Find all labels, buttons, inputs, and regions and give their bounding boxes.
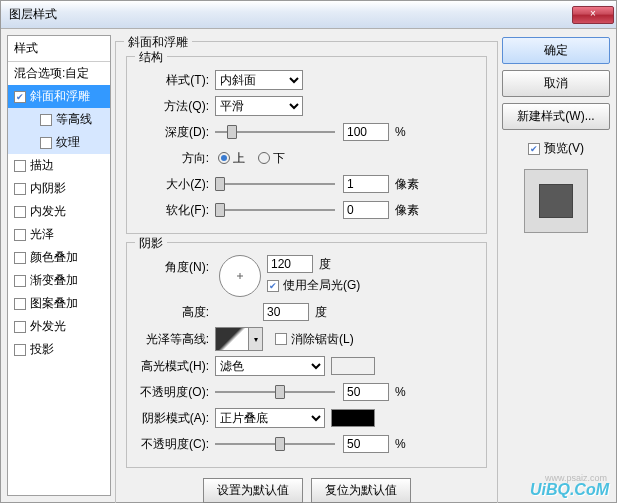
depth-unit: % bbox=[395, 125, 406, 139]
style-list-header[interactable]: 样式 bbox=[8, 36, 110, 62]
style-outer-glow[interactable]: 外发光 bbox=[8, 315, 110, 338]
highlight-mode-select[interactable]: 滤色 bbox=[215, 356, 325, 376]
reset-default-button[interactable]: 复位为默认值 bbox=[311, 478, 411, 503]
layer-style-dialog: 图层样式 × 样式 混合选项:自定 斜面和浮雕 等高线 纹理 描边 内阴影 内发… bbox=[0, 0, 617, 503]
checkbox-icon[interactable] bbox=[14, 206, 26, 218]
highlight-mode-label: 高光模式(H): bbox=[137, 358, 215, 375]
direction-down-radio[interactable] bbox=[258, 152, 270, 164]
style-label: 样式(T): bbox=[137, 72, 215, 89]
method-label: 方法(Q): bbox=[137, 98, 215, 115]
contour-picker[interactable] bbox=[215, 327, 249, 351]
checkbox-icon[interactable] bbox=[14, 160, 26, 172]
style-inner-glow[interactable]: 内发光 bbox=[8, 200, 110, 223]
size-slider[interactable] bbox=[215, 175, 335, 193]
angle-input[interactable] bbox=[267, 255, 313, 273]
size-input[interactable] bbox=[343, 175, 389, 193]
preview-checkbox[interactable] bbox=[528, 143, 540, 155]
shadow-opacity-slider[interactable] bbox=[215, 435, 335, 453]
size-unit: 像素 bbox=[395, 176, 419, 193]
structure-title: 结构 bbox=[135, 49, 167, 66]
checkbox-icon[interactable] bbox=[14, 344, 26, 356]
shadow-color-swatch[interactable] bbox=[331, 409, 375, 427]
soften-label: 软化(F): bbox=[137, 202, 215, 219]
highlight-opacity-input[interactable] bbox=[343, 383, 389, 401]
depth-slider[interactable] bbox=[215, 123, 335, 141]
checkbox-icon[interactable] bbox=[14, 229, 26, 241]
style-list: 样式 混合选项:自定 斜面和浮雕 等高线 纹理 描边 内阴影 内发光 光泽 颜色… bbox=[7, 35, 111, 496]
highlight-opacity-slider[interactable] bbox=[215, 383, 335, 401]
shading-group: 阴影 角度(N): 度 使用全局光(G) bbox=[126, 242, 487, 468]
action-panel: 确定 取消 新建样式(W)... 预览(V) bbox=[502, 35, 610, 496]
soften-unit: 像素 bbox=[395, 202, 419, 219]
soften-input[interactable] bbox=[343, 201, 389, 219]
settings-panel: 斜面和浮雕 结构 样式(T): 内斜面 方法(Q): 平滑 深度(D): bbox=[115, 35, 498, 496]
global-light-checkbox[interactable] bbox=[267, 280, 279, 292]
blend-options-item[interactable]: 混合选项:自定 bbox=[8, 62, 110, 85]
default-buttons: 设置为默认值 复位为默认值 bbox=[126, 470, 487, 503]
shading-title: 阴影 bbox=[135, 235, 167, 252]
preview-box bbox=[524, 169, 588, 233]
highlight-opacity-label: 不透明度(O): bbox=[137, 384, 215, 401]
main-group: 斜面和浮雕 结构 样式(T): 内斜面 方法(Q): 平滑 深度(D): bbox=[115, 41, 498, 503]
new-style-button[interactable]: 新建样式(W)... bbox=[502, 103, 610, 130]
contour-label: 光泽等高线: bbox=[137, 331, 215, 348]
checkbox-icon[interactable] bbox=[14, 252, 26, 264]
direction-up-radio[interactable] bbox=[218, 152, 230, 164]
antialias-checkbox[interactable] bbox=[275, 333, 287, 345]
angle-dial[interactable] bbox=[219, 255, 261, 297]
cancel-button[interactable]: 取消 bbox=[502, 70, 610, 97]
angle-label: 角度(N): bbox=[137, 255, 215, 276]
style-satin[interactable]: 光泽 bbox=[8, 223, 110, 246]
style-color-overlay[interactable]: 颜色叠加 bbox=[8, 246, 110, 269]
altitude-label: 高度: bbox=[137, 304, 215, 321]
window-title: 图层样式 bbox=[9, 6, 572, 23]
style-gradient-overlay[interactable]: 渐变叠加 bbox=[8, 269, 110, 292]
preview-label: 预览(V) bbox=[544, 140, 584, 157]
depth-input[interactable] bbox=[343, 123, 389, 141]
chevron-down-icon[interactable]: ▾ bbox=[249, 327, 263, 351]
shadow-mode-select[interactable]: 正片叠底 bbox=[215, 408, 325, 428]
style-inner-shadow[interactable]: 内阴影 bbox=[8, 177, 110, 200]
shadow-opacity-label: 不透明度(C): bbox=[137, 436, 215, 453]
style-select[interactable]: 内斜面 bbox=[215, 70, 303, 90]
highlight-color-swatch[interactable] bbox=[331, 357, 375, 375]
checkbox-icon[interactable] bbox=[14, 321, 26, 333]
checkbox-icon[interactable] bbox=[40, 114, 52, 126]
checkbox-icon[interactable] bbox=[14, 298, 26, 310]
structure-group: 结构 样式(T): 内斜面 方法(Q): 平滑 深度(D): % bbox=[126, 56, 487, 234]
shadow-opacity-input[interactable] bbox=[343, 435, 389, 453]
soften-slider[interactable] bbox=[215, 201, 335, 219]
checkbox-icon[interactable] bbox=[14, 183, 26, 195]
size-label: 大小(Z): bbox=[137, 176, 215, 193]
titlebar[interactable]: 图层样式 × bbox=[1, 1, 616, 29]
checkbox-icon[interactable] bbox=[40, 137, 52, 149]
preview-swatch bbox=[539, 184, 573, 218]
direction-label: 方向: bbox=[137, 150, 215, 167]
set-default-button[interactable]: 设置为默认值 bbox=[203, 478, 303, 503]
style-bevel-emboss[interactable]: 斜面和浮雕 bbox=[8, 85, 110, 108]
ok-button[interactable]: 确定 bbox=[502, 37, 610, 64]
style-texture[interactable]: 纹理 bbox=[8, 131, 110, 154]
watermark: UiBQ.CoM bbox=[530, 481, 609, 499]
checkbox-icon[interactable] bbox=[14, 91, 26, 103]
shadow-mode-label: 阴影模式(A): bbox=[137, 410, 215, 427]
style-pattern-overlay[interactable]: 图案叠加 bbox=[8, 292, 110, 315]
altitude-input[interactable] bbox=[263, 303, 309, 321]
checkbox-icon[interactable] bbox=[14, 275, 26, 287]
style-contour[interactable]: 等高线 bbox=[8, 108, 110, 131]
close-button[interactable]: × bbox=[572, 6, 614, 24]
depth-label: 深度(D): bbox=[137, 124, 215, 141]
style-stroke[interactable]: 描边 bbox=[8, 154, 110, 177]
method-select[interactable]: 平滑 bbox=[215, 96, 303, 116]
style-drop-shadow[interactable]: 投影 bbox=[8, 338, 110, 361]
